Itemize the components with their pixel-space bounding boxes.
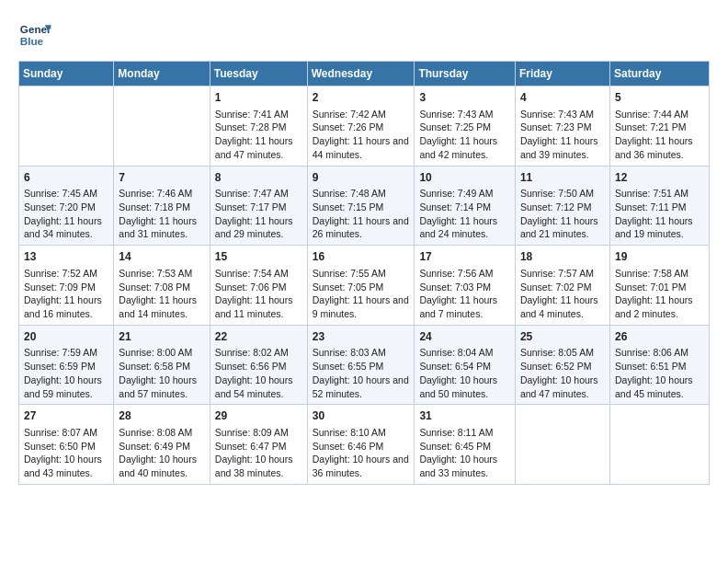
calendar-cell: 6Sunrise: 7:45 AMSunset: 7:20 PMDaylight… [19, 166, 114, 246]
calendar-cell: 16Sunrise: 7:55 AMSunset: 7:05 PMDayligh… [307, 246, 415, 326]
cell-text: Daylight: 11 hours and 2 minutes. [615, 293, 704, 320]
cell-text: Daylight: 11 hours and 9 minutes. [313, 293, 410, 320]
day-number: 12 [615, 170, 704, 186]
cell-text: Sunrise: 7:43 AM [419, 108, 510, 121]
day-number: 8 [215, 170, 302, 186]
cell-text: Daylight: 11 hours and 19 minutes. [615, 214, 704, 241]
cell-text: Daylight: 11 hours and 29 minutes. [215, 214, 302, 241]
cell-text: Sunset: 6:49 PM [119, 440, 204, 454]
calendar-cell: 4Sunrise: 7:43 AMSunset: 7:23 PMDaylight… [515, 86, 609, 167]
day-number: 5 [615, 90, 704, 106]
day-number: 9 [313, 170, 410, 186]
calendar-cell: 24Sunrise: 8:04 AMSunset: 6:54 PMDayligh… [415, 325, 516, 405]
day-number: 31 [419, 408, 510, 424]
svg-text:Blue: Blue [20, 35, 44, 47]
cell-text: Sunset: 7:26 PM [313, 121, 410, 134]
column-header-wednesday: Wednesday [307, 62, 415, 86]
calendar-cell: 28Sunrise: 8:08 AMSunset: 6:49 PMDayligh… [114, 405, 210, 485]
calendar-cell [515, 405, 609, 485]
cell-text: Sunset: 7:11 PM [615, 201, 704, 214]
cell-text: Daylight: 11 hours and 39 minutes. [520, 134, 605, 161]
cell-text: Daylight: 10 hours and 36 minutes. [313, 453, 410, 479]
cell-text: Sunrise: 7:47 AM [215, 187, 302, 201]
cell-text: Sunset: 7:14 PM [419, 201, 510, 214]
calendar-cell: 31Sunrise: 8:11 AMSunset: 6:45 PMDayligh… [415, 405, 516, 485]
day-number: 3 [419, 90, 510, 106]
calendar-cell: 18Sunrise: 7:57 AMSunset: 7:02 PMDayligh… [515, 246, 609, 326]
cell-text: Sunrise: 7:53 AM [119, 267, 204, 281]
cell-text: Daylight: 10 hours and 40 minutes. [119, 453, 204, 479]
cell-text: Sunrise: 7:50 AM [520, 187, 605, 201]
day-number: 27 [24, 408, 108, 424]
calendar-cell: 19Sunrise: 7:58 AMSunset: 7:01 PMDayligh… [609, 246, 709, 326]
cell-text: Sunrise: 8:10 AM [313, 426, 410, 440]
calendar-cell: 21Sunrise: 8:00 AMSunset: 6:58 PMDayligh… [114, 325, 210, 405]
cell-text: Sunrise: 8:09 AM [215, 426, 302, 440]
calendar-cell: 11Sunrise: 7:50 AMSunset: 7:12 PMDayligh… [515, 166, 609, 246]
cell-text: Sunset: 6:56 PM [215, 360, 302, 373]
cell-text: Daylight: 10 hours and 38 minutes. [215, 453, 302, 479]
cell-text: Daylight: 11 hours and 47 minutes. [215, 134, 302, 161]
cell-text: Sunset: 7:15 PM [313, 201, 410, 214]
cell-text: Sunrise: 8:02 AM [215, 346, 302, 360]
cell-text: Sunrise: 7:44 AM [615, 108, 704, 121]
calendar-cell [19, 86, 114, 167]
calendar-cell: 25Sunrise: 8:05 AMSunset: 6:52 PMDayligh… [515, 325, 609, 405]
calendar-cell: 20Sunrise: 7:59 AMSunset: 6:59 PMDayligh… [19, 325, 114, 405]
calendar-cell: 7Sunrise: 7:46 AMSunset: 7:18 PMDaylight… [114, 166, 210, 246]
cell-text: Sunset: 7:01 PM [615, 281, 704, 294]
calendar-cell: 27Sunrise: 8:07 AMSunset: 6:50 PMDayligh… [19, 405, 114, 485]
cell-text: Sunset: 6:51 PM [615, 360, 704, 373]
cell-text: Sunset: 6:55 PM [313, 360, 410, 373]
logo-icon: General Blue [18, 18, 51, 52]
cell-text: Sunset: 7:25 PM [419, 121, 510, 134]
cell-text: Sunrise: 7:57 AM [520, 267, 605, 281]
logo: General Blue [18, 18, 51, 52]
cell-text: Sunset: 7:06 PM [215, 281, 302, 294]
cell-text: Daylight: 11 hours and 34 minutes. [24, 214, 108, 241]
cell-text: Sunrise: 8:05 AM [520, 346, 605, 360]
cell-text: Sunset: 6:52 PM [520, 360, 605, 373]
cell-text: Sunset: 6:58 PM [119, 360, 204, 373]
cell-text: Daylight: 10 hours and 57 minutes. [119, 373, 204, 400]
cell-text: Sunrise: 7:54 AM [215, 267, 302, 281]
cell-text: Daylight: 11 hours and 4 minutes. [520, 293, 605, 320]
cell-text: Daylight: 11 hours and 14 minutes. [119, 293, 204, 320]
cell-text: Sunset: 6:54 PM [419, 360, 510, 373]
calendar-table: SundayMondayTuesdayWednesdayThursdayFrid… [18, 61, 710, 485]
cell-text: Sunset: 6:45 PM [419, 440, 510, 454]
cell-text: Sunrise: 7:51 AM [615, 187, 704, 201]
calendar-cell: 26Sunrise: 8:06 AMSunset: 6:51 PMDayligh… [609, 325, 709, 405]
cell-text: Sunrise: 7:45 AM [24, 187, 108, 201]
day-number: 11 [520, 170, 605, 186]
column-header-saturday: Saturday [609, 62, 709, 86]
cell-text: Sunset: 7:03 PM [419, 281, 510, 294]
cell-text: Sunrise: 8:03 AM [313, 346, 410, 360]
cell-text: Sunrise: 7:41 AM [215, 108, 302, 121]
calendar-cell: 8Sunrise: 7:47 AMSunset: 7:17 PMDaylight… [210, 166, 307, 246]
day-number: 22 [215, 329, 302, 345]
cell-text: Sunrise: 7:55 AM [313, 267, 410, 281]
cell-text: Sunset: 7:23 PM [520, 121, 605, 134]
day-number: 28 [119, 408, 204, 424]
cell-text: Daylight: 11 hours and 16 minutes. [24, 293, 108, 320]
cell-text: Sunrise: 7:52 AM [24, 267, 108, 281]
column-header-tuesday: Tuesday [210, 62, 307, 86]
day-number: 14 [119, 249, 204, 265]
day-number: 16 [313, 249, 410, 265]
cell-text: Sunrise: 8:00 AM [119, 346, 204, 360]
cell-text: Daylight: 10 hours and 54 minutes. [215, 373, 302, 400]
cell-text: Sunset: 7:20 PM [24, 201, 108, 214]
calendar-cell: 30Sunrise: 8:10 AMSunset: 6:46 PMDayligh… [307, 405, 415, 485]
cell-text: Sunrise: 7:49 AM [419, 187, 510, 201]
calendar-cell [114, 86, 210, 167]
day-number: 6 [24, 170, 108, 186]
cell-text: Daylight: 10 hours and 50 minutes. [419, 373, 510, 400]
cell-text: Sunrise: 8:07 AM [24, 426, 108, 440]
calendar-cell: 13Sunrise: 7:52 AMSunset: 7:09 PMDayligh… [19, 246, 114, 326]
calendar-cell: 9Sunrise: 7:48 AMSunset: 7:15 PMDaylight… [307, 166, 415, 246]
cell-text: Sunset: 7:12 PM [520, 201, 605, 214]
day-number: 23 [313, 329, 410, 345]
calendar-cell [609, 405, 709, 485]
cell-text: Sunset: 6:59 PM [24, 360, 108, 373]
